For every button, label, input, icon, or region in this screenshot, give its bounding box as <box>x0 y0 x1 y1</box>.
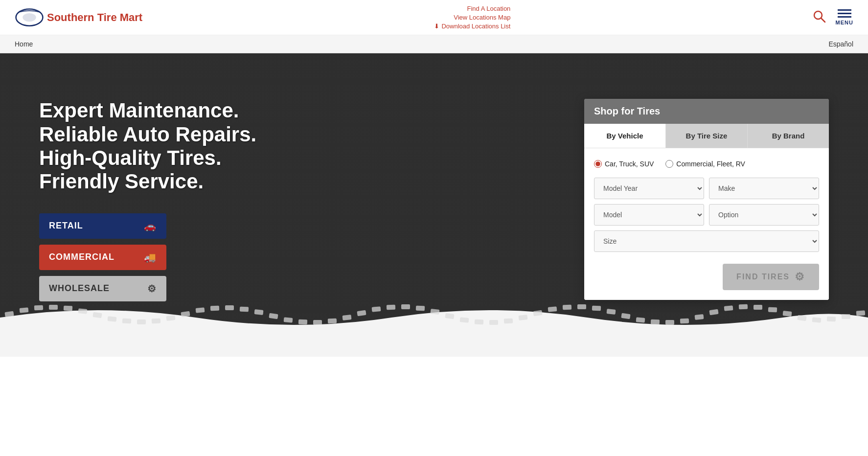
shop-tabs: By Vehicle By Tire Size By Brand <box>584 124 829 148</box>
header-actions: MENU <box>812 9 853 26</box>
nav-bar: Home Español <box>0 35 868 53</box>
wholesale-icon: ⚙ <box>147 283 157 295</box>
vehicle-type-radio-group: Car, Truck, SUV Commercial, Fleet, RV <box>594 160 819 168</box>
model-select[interactable]: Model <box>594 204 704 226</box>
svg-point-1 <box>23 13 36 22</box>
find-tires-label: FIND TIRES <box>736 273 790 281</box>
retail-icon: 🚗 <box>144 220 157 232</box>
tire-icon: ⚙ <box>795 271 805 283</box>
nav-home[interactable]: Home <box>15 35 33 53</box>
hero-section: Expert Maintenance. Reliable Auto Repair… <box>0 53 868 357</box>
logo[interactable]: Southern Tire Mart <box>15 7 142 28</box>
shop-title: Shop for Tires <box>584 99 829 124</box>
shop-panel: Shop for Tires By Vehicle By Tire Size B… <box>584 99 829 300</box>
headline-line-4: Friendly Service. <box>39 170 308 193</box>
commercial-label: COMMERCIAL <box>49 252 114 262</box>
search-icon[interactable] <box>812 9 826 26</box>
radio-car-label: Car, Truck, SUV <box>605 160 654 168</box>
radio-commercial-fleet-rv[interactable]: Commercial, Fleet, RV <box>665 160 745 168</box>
commercial-icon: 🚚 <box>144 251 157 263</box>
nav-espanol[interactable]: Español <box>828 35 853 53</box>
wholesale-label: WHOLESALE <box>49 283 110 294</box>
hero-headline: Expert Maintenance. Reliable Auto Repair… <box>39 99 308 193</box>
radio-commercial-input[interactable] <box>665 160 673 168</box>
menu-label: MENU <box>836 20 853 25</box>
wholesale-button[interactable]: WHOLESALE ⚙ <box>39 276 166 301</box>
vehicle-selects: Model Year Make Model Option Size <box>594 178 819 252</box>
make-select[interactable]: Make <box>709 178 819 199</box>
menu-icon <box>838 9 851 18</box>
radio-car-truck-suv-input[interactable] <box>594 160 602 168</box>
download-icon: ⬇ <box>434 23 439 30</box>
size-select-wrapper: Size <box>594 230 819 252</box>
hero-buttons: RETAIL 🚗 COMMERCIAL 🚚 WHOLESALE ⚙ <box>39 213 166 301</box>
tab-by-vehicle[interactable]: By Vehicle <box>584 124 666 148</box>
view-map-link[interactable]: View Locations Map <box>454 14 510 21</box>
shop-body: Car, Truck, SUV Commercial, Fleet, RV Mo… <box>584 148 829 300</box>
option-select[interactable]: Option <box>709 204 819 226</box>
header-links: Find A Location View Locations Map ⬇ Dow… <box>434 5 510 30</box>
headline-line-2: Reliable Auto Repairs. <box>39 123 308 146</box>
size-select[interactable]: Size <box>594 230 819 252</box>
retail-label: RETAIL <box>49 221 83 231</box>
tab-by-brand[interactable]: By Brand <box>748 124 829 148</box>
find-tires-button[interactable]: FIND TIRES ⚙ <box>723 264 819 290</box>
retail-button[interactable]: RETAIL 🚗 <box>39 213 166 239</box>
hero-content: Expert Maintenance. Reliable Auto Repair… <box>0 69 868 340</box>
logo-text: Southern Tire Mart <box>47 11 142 24</box>
logo-icon <box>15 7 44 28</box>
radio-car-truck-suv[interactable]: Car, Truck, SUV <box>594 160 654 168</box>
model-year-select[interactable]: Model Year <box>594 178 704 199</box>
svg-line-3 <box>821 18 825 22</box>
radio-commercial-label: Commercial, Fleet, RV <box>676 160 745 168</box>
find-location-link[interactable]: Find A Location <box>467 5 510 12</box>
commercial-button[interactable]: COMMERCIAL 🚚 <box>39 245 166 270</box>
site-header: Southern Tire Mart Find A Location View … <box>0 0 868 35</box>
menu-button[interactable]: MENU <box>836 9 853 25</box>
headline-line-3: High-Quality Tires. <box>39 146 308 170</box>
tab-by-tire-size[interactable]: By Tire Size <box>666 124 748 148</box>
hero-left: Expert Maintenance. Reliable Auto Repair… <box>39 99 308 301</box>
download-list-link[interactable]: ⬇ Download Locations List <box>434 23 510 30</box>
headline-line-1: Expert Maintenance. <box>39 99 308 122</box>
